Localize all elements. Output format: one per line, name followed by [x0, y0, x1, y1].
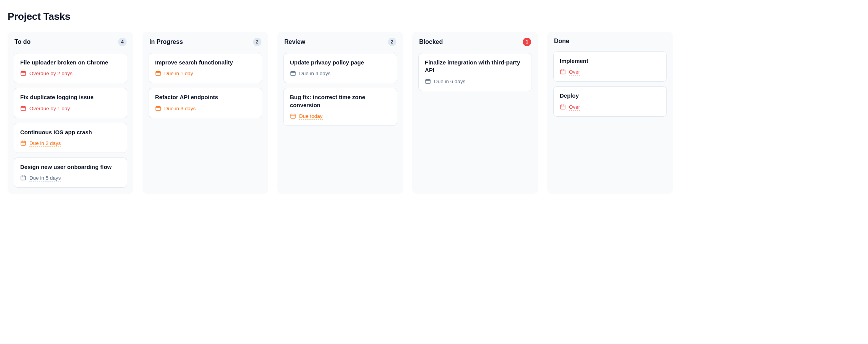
task-card[interactable]: Finalize integration with third-party AP… — [418, 53, 532, 91]
task-due-label: Overdue by 2 days — [29, 71, 72, 77]
task-due-label: Due in 2 days — [29, 140, 61, 147]
column-todo: To do4File uploader broken on ChromeOver… — [8, 32, 133, 194]
task-card[interactable]: Refactor API endpointsDue in 3 days — [149, 88, 262, 118]
column-in-progress: In Progress2Improve search functionality… — [143, 32, 268, 194]
column-header: Done — [553, 38, 667, 45]
task-card[interactable]: File uploader broken on ChromeOverdue by… — [14, 53, 127, 83]
task-title: Finalize integration with third-party AP… — [425, 59, 525, 74]
task-title: Continuous iOS app crash — [20, 129, 121, 136]
column-count-badge: 2 — [253, 38, 261, 46]
task-due-label: Due in 1 day — [164, 71, 193, 77]
task-title: Fix duplicate logging issue — [20, 93, 121, 101]
task-card[interactable]: Design new user onboarding flowDue in 5 … — [14, 158, 127, 188]
calendar-icon — [155, 70, 161, 77]
column-title: In Progress — [149, 39, 183, 45]
task-due-label: Due in 5 days — [29, 175, 61, 182]
task-due: Due in 3 days — [155, 105, 256, 113]
column-count-badge: 4 — [118, 38, 127, 46]
task-title: Design new user onboarding flow — [20, 163, 121, 171]
task-due-label: Due today — [299, 113, 323, 120]
task-due: Due today — [290, 113, 391, 120]
task-due: Due in 5 days — [20, 175, 121, 182]
svg-rect-1 — [21, 106, 26, 111]
column-done: DoneImplementOverDeployOver — [547, 32, 673, 194]
task-due: Over — [560, 104, 660, 111]
svg-rect-6 — [291, 72, 295, 76]
task-due: Overdue by 2 days — [20, 70, 121, 77]
calendar-icon — [560, 104, 566, 111]
calendar-icon — [290, 70, 296, 77]
column-title: Blocked — [419, 39, 443, 45]
column-count-badge: 2 — [388, 38, 396, 46]
task-due: Over — [560, 69, 660, 76]
svg-rect-8 — [426, 79, 430, 84]
column-blocked: Blocked1Finalize integration with third-… — [412, 32, 538, 194]
task-due: Due in 1 day — [155, 70, 256, 77]
kanban-board: To do4File uploader broken on ChromeOver… — [8, 32, 860, 197]
task-card[interactable]: DeployOver — [553, 86, 667, 116]
column-count-badge: 1 — [523, 38, 531, 46]
task-due: Overdue by 1 day — [20, 105, 121, 113]
task-due-label: Over — [569, 69, 580, 76]
task-title: Bug fix: incorrect time zone conversion — [290, 93, 391, 109]
task-due-label: Due in 6 days — [434, 79, 466, 85]
calendar-icon — [20, 175, 26, 182]
task-due: Due in 4 days — [290, 70, 391, 77]
svg-rect-4 — [156, 72, 160, 76]
column-header: Blocked1 — [418, 38, 532, 46]
calendar-icon — [155, 105, 161, 113]
column-header: In Progress2 — [149, 38, 262, 46]
calendar-icon — [20, 105, 26, 113]
task-card[interactable]: Update privacy policy pageDue in 4 days — [283, 53, 397, 83]
svg-rect-0 — [21, 72, 26, 76]
task-due-label: Over — [569, 104, 580, 111]
task-card[interactable]: ImplementOver — [553, 51, 667, 82]
task-title: Deploy — [560, 92, 660, 100]
page-title: Project Tasks — [8, 11, 860, 23]
column-header: Review2 — [283, 38, 397, 46]
calendar-icon — [20, 140, 26, 147]
task-due-label: Due in 3 days — [164, 106, 196, 112]
calendar-icon — [20, 70, 26, 77]
task-card[interactable]: Fix duplicate logging issueOverdue by 1 … — [14, 88, 127, 118]
task-due: Due in 2 days — [20, 140, 121, 147]
task-card[interactable]: Improve search functionalityDue in 1 day — [149, 53, 262, 83]
calendar-icon — [560, 69, 566, 76]
task-title: Update privacy policy page — [290, 59, 391, 66]
column-title: Done — [554, 38, 569, 45]
task-due-label: Due in 4 days — [299, 71, 331, 77]
svg-rect-3 — [21, 176, 26, 180]
column-title: To do — [14, 39, 30, 45]
task-card[interactable]: Continuous iOS app crashDue in 2 days — [14, 123, 127, 153]
svg-rect-10 — [561, 105, 565, 109]
task-title: Improve search functionality — [155, 59, 256, 66]
svg-rect-9 — [561, 70, 565, 74]
task-due: Due in 6 days — [425, 78, 525, 85]
task-title: Implement — [560, 57, 660, 65]
calendar-icon — [290, 113, 296, 120]
svg-rect-7 — [291, 114, 295, 118]
column-review: Review2Update privacy policy pageDue in … — [277, 32, 403, 194]
svg-rect-2 — [21, 141, 26, 145]
column-header: To do4 — [14, 38, 127, 46]
task-due-label: Overdue by 1 day — [29, 106, 70, 112]
task-title: File uploader broken on Chrome — [20, 59, 121, 66]
task-card[interactable]: Bug fix: incorrect time zone conversionD… — [283, 88, 397, 126]
column-title: Review — [284, 39, 305, 45]
task-title: Refactor API endpoints — [155, 93, 256, 101]
calendar-icon — [425, 78, 431, 85]
svg-rect-5 — [156, 106, 160, 111]
